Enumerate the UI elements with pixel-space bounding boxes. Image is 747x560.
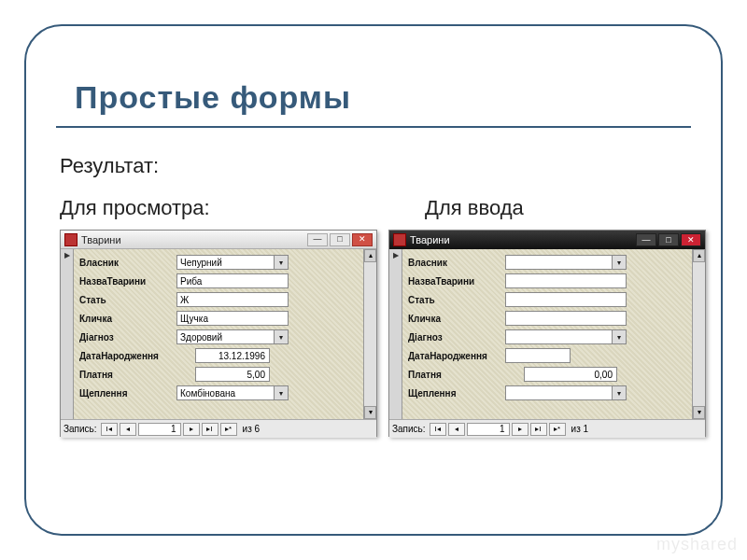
payment-field[interactable]: 0,00	[524, 367, 617, 382]
label-owner: Власник	[79, 258, 173, 268]
nav-current-input[interactable]	[138, 423, 181, 436]
nav-prev-button[interactable]: ◂	[448, 423, 465, 436]
sex-field[interactable]: Ж	[176, 292, 289, 307]
nav-first-button[interactable]: I◂	[430, 423, 446, 436]
nav-current-input[interactable]	[467, 423, 510, 436]
title-underline	[56, 126, 691, 128]
owner-field[interactable]: Чепурний	[176, 255, 289, 270]
close-button[interactable]: ✕	[681, 233, 701, 246]
nav-first-button[interactable]: I◂	[101, 423, 118, 436]
nav-label: Запись:	[392, 424, 426, 434]
label-birthdate: ДатаНародження	[408, 351, 501, 361]
record-navigator: Запись: I◂ ◂ ▸ ▸I ▸* из 6	[61, 419, 376, 438]
birthdate-field[interactable]	[505, 348, 571, 363]
label-nickname: Кличка	[79, 314, 173, 324]
animal-name-field[interactable]	[505, 273, 627, 288]
diagnosis-field[interactable]: Здоровий	[176, 329, 289, 344]
label-payment: Платня	[79, 370, 173, 380]
record-navigator: Запись: I◂ ◂ ▸ ▸I ▸* из 1	[389, 419, 705, 438]
app-icon	[64, 233, 78, 246]
label-payment: Платня	[408, 370, 501, 380]
minimize-button[interactable]: —	[307, 233, 328, 246]
maximize-button[interactable]: □	[658, 233, 679, 246]
label-birthdate: ДатаНародження	[79, 351, 173, 361]
payment-field[interactable]: 5,00	[195, 367, 270, 382]
vertical-scrollbar[interactable]: ▴ ▾	[692, 249, 705, 419]
vertical-scrollbar[interactable]: ▴ ▾	[363, 249, 376, 419]
titlebar[interactable]: Тварини — □ ✕	[61, 231, 376, 249]
label-nickname: Кличка	[408, 314, 501, 324]
scroll-up-icon[interactable]: ▴	[364, 249, 376, 262]
nav-prev-button[interactable]: ◂	[120, 423, 136, 436]
app-icon	[393, 233, 406, 246]
birthdate-field[interactable]: 13.12.1996	[195, 348, 270, 363]
scroll-down-icon[interactable]: ▾	[364, 406, 376, 419]
label-animal-name: НазваТварини	[408, 276, 501, 287]
label-animal-name: НазваТварини	[79, 276, 173, 287]
watermark: myshared	[656, 535, 738, 554]
nav-last-button[interactable]: ▸I	[530, 423, 547, 436]
view-mode-label: Для просмотра:	[60, 196, 210, 220]
label-diagnosis: Діагноз	[408, 332, 501, 343]
maximize-button[interactable]: □	[330, 233, 350, 246]
animal-name-field[interactable]: Риба	[176, 273, 289, 288]
window-title: Тварини	[410, 234, 636, 245]
label-owner: Власник	[408, 258, 501, 268]
minimize-button[interactable]: —	[636, 233, 656, 246]
nav-label: Запись:	[63, 424, 97, 434]
form-window-view: Тварини — □ ✕ ▶ ВласникЧепурний НазваТва…	[60, 230, 377, 437]
nav-last-button[interactable]: ▸I	[202, 423, 218, 436]
nav-of-label: из 6	[243, 424, 261, 434]
label-vaccination: Щеплення	[79, 388, 173, 399]
label-vaccination: Щеплення	[408, 388, 501, 399]
scroll-up-icon[interactable]: ▴	[693, 249, 705, 262]
nav-new-button[interactable]: ▸*	[549, 423, 566, 436]
label-diagnosis: Діагноз	[79, 332, 173, 343]
close-button[interactable]: ✕	[352, 233, 373, 246]
vaccination-field[interactable]: Комбінована	[176, 385, 289, 400]
nav-of-label: из 1	[571, 424, 589, 434]
vaccination-field[interactable]	[505, 385, 627, 400]
nav-next-button[interactable]: ▸	[512, 423, 529, 436]
titlebar[interactable]: Тварини — □ ✕	[389, 231, 705, 249]
nav-new-button[interactable]: ▸*	[220, 423, 237, 436]
owner-field[interactable]	[505, 255, 627, 270]
label-sex: Стать	[408, 295, 501, 305]
diagnosis-field[interactable]	[505, 329, 627, 344]
nickname-field[interactable]	[505, 311, 627, 326]
form-window-input: Тварини — □ ✕ ▶ Власник НазваТварини Ста…	[388, 230, 706, 437]
result-label: Результат:	[60, 154, 159, 178]
sex-field[interactable]	[505, 292, 627, 307]
record-selector[interactable]: ▶	[389, 249, 402, 419]
window-title: Тварини	[81, 234, 307, 245]
scroll-down-icon[interactable]: ▾	[693, 406, 705, 419]
label-sex: Стать	[79, 295, 173, 305]
slide-title: Простые формы	[75, 79, 351, 116]
record-selector[interactable]: ▶	[61, 249, 74, 419]
nickname-field[interactable]: Щучка	[176, 311, 289, 326]
input-mode-label: Для ввода	[425, 196, 524, 220]
nav-next-button[interactable]: ▸	[183, 423, 200, 436]
